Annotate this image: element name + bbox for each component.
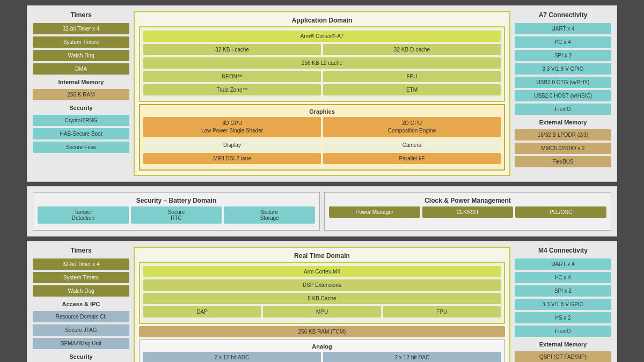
top-timers-panel: Timers 32-bit Timer x 4 System Timers Wa… <box>33 11 129 176</box>
fpu-rt-chip: FPU <box>383 306 501 317</box>
mpu-chip: MPU <box>263 306 380 317</box>
middle-section: Security – Battery Domain Tamper Detecti… <box>27 186 617 237</box>
ram-chip: 256 KB RAM (TCM) <box>139 326 505 337</box>
cache-chip: 8 KB Cache <box>143 293 501 304</box>
bottom-section: Timers 32-bit Timer x 4 System Timers Wa… <box>27 241 617 362</box>
app-domain-title: Application Domain <box>139 17 505 24</box>
dsp-chip: DSP Extensions <box>143 279 501 291</box>
cpu-chip: Arm® Cortex®-A7 <box>143 31 501 42</box>
a7-conn-1: I²C x 4 <box>515 36 611 48</box>
security-battery-title: Security – Battery Domain <box>38 197 315 204</box>
parallel-chip: Parallel I/F <box>323 153 501 164</box>
a7-conn-3: 3.3 V/1.8 V GPIO <box>515 63 611 75</box>
btimer-item-2: Watch Dog <box>33 285 129 297</box>
a7-ext-mem-0: 16/32 B LPDDR (2/3) <box>515 129 611 141</box>
pll-osc-chip: PLL/OSC <box>515 206 606 218</box>
trustzone-chip: Trust Zone™ <box>143 84 321 95</box>
etm-chip: ETM <box>323 84 501 95</box>
a7-conn-6: FlexIO <box>515 104 611 115</box>
m4-connectivity-panel: M4 Connectivity UART x 4 I²C x 4 SPI x 2… <box>515 247 611 362</box>
m4-connectivity-title: M4 Connectivity <box>515 247 611 254</box>
btimer-item-0: 32-bit Timer x 4 <box>33 258 129 270</box>
bottom-security-title: Security <box>33 353 129 360</box>
security-battery-row: Tamper Detection Secure RTC Secure Stora… <box>38 206 315 224</box>
gpu-row: 3D GPU Low Power Single Shader 2D GPU Co… <box>143 117 501 137</box>
top-security-item-1: HAB-Secure Boot <box>33 128 129 139</box>
m4-conn-2: SPI x 2 <box>515 285 611 297</box>
clock-power-title: Clock & Power Management <box>329 197 606 204</box>
a7-conn-2: SPI x 2 <box>515 50 611 61</box>
top-security-item-2: Secure Fuse <box>33 142 129 153</box>
realtime-panel: Real Time Domain Arm Cortex-M4 DSP Exten… <box>134 247 510 362</box>
app-domain-panel: Application Domain Arm® Cortex®-A7 32 KB… <box>134 11 510 176</box>
m4-conn-1: I²C x 4 <box>515 272 611 283</box>
access-ipc-0: Resource Domain Ctl <box>33 311 129 322</box>
a7-ext-mem-2: FlexBUS <box>515 156 611 167</box>
m4-ext-mem-0: QSPI (OT FAD/XIP) <box>515 351 611 362</box>
display-camera-row: Display Camera <box>143 139 501 151</box>
gpu3d-chip: 3D GPU Low Power Single Shader <box>143 117 321 137</box>
main-container: Timers 32-bit Timer x 4 System Timers Wa… <box>27 5 617 362</box>
m4-cpu-chip: Arm Cortex-M4 <box>143 266 501 277</box>
adc-chip: 2 x 12-bit ADC <box>143 352 321 362</box>
neon-chip: NEON™ <box>143 71 321 82</box>
m4-conn-5: FlexIO <box>515 326 611 337</box>
cache-row: 32 KB I-cache 32 KB D-cache <box>143 44 501 55</box>
m4-conn-4: I²S x 2 <box>515 312 611 323</box>
neon-fpu-row: NEON™ FPU <box>143 71 501 82</box>
trust-etm-row: Trust Zone™ ETM <box>143 84 501 95</box>
a7-ext-mem-title: External Memory <box>515 119 611 125</box>
m4-conn-3: 3.3 V/1.8 V GPIO <box>515 299 611 310</box>
secure-storage-chip: Secure Storage <box>224 206 315 224</box>
access-ipc-1: Secure JTAG <box>33 324 129 336</box>
dcache-chip: 32 KB D-cache <box>323 44 501 55</box>
bottom-timers-panel: Timers 32-bit Timer x 4 System Timers Wa… <box>33 247 129 362</box>
top-section: Timers 32-bit Timer x 4 System Timers Wa… <box>27 5 617 182</box>
analog-title: Analog <box>143 343 501 350</box>
realtime-inner: Arm Cortex-M4 DSP Extensions 8 KB Cache … <box>139 262 505 324</box>
graphics-area: Graphics 3D GPU Low Power Single Shader … <box>139 104 505 171</box>
btimer-item-1: System Timers <box>33 272 129 283</box>
timer-item-1: System Timers <box>33 36 129 48</box>
timer-item-3: DMA <box>33 63 129 75</box>
a7-connectivity-panel: A7 Connectivity UART x 4 I²C x 4 SPI x 2… <box>515 11 611 176</box>
internal-memory-item-0: 256 K RAM <box>33 89 129 100</box>
dac-chip: 2 x 12-bit DAC <box>323 352 501 362</box>
dap-chip: DAP <box>143 306 261 317</box>
adc-dac-row: 2 x 12-bit ADC 2 x 12-bit DAC <box>143 352 501 362</box>
camera-label: Camera <box>323 139 501 151</box>
internal-memory-title: Internal Memory <box>33 79 129 85</box>
app-domain-inner: Arm® Cortex®-A7 32 KB I-cache 32 KB D-ca… <box>139 26 505 102</box>
gpu2d-chip: 2D GPU Composition Engine <box>323 117 501 137</box>
mipi-parallel-row: MIPI DSI-2 lane Parallel I/F <box>143 153 501 164</box>
a7-conn-5: USB2.0 HOST (w/HSIC) <box>515 90 611 101</box>
top-security-title: Security <box>33 105 129 111</box>
access-ipc-2: SEMA4/Msg Unit <box>33 338 129 349</box>
clock-power-panel: Clock & Power Management Power Manager C… <box>324 192 611 231</box>
a7-conn-4: USB2.0 OTG (w/PHY) <box>515 77 611 88</box>
m4-conn-0: UART x 4 <box>515 258 611 270</box>
security-battery-panel: Security – Battery Domain Tamper Detecti… <box>33 192 320 231</box>
top-timers-title: Timers <box>33 11 129 19</box>
timer-item-2: Watch Dog <box>33 50 129 61</box>
realtime-title: Real Time Domain <box>139 252 505 260</box>
fpu-chip: FPU <box>323 71 501 82</box>
power-manager-chip: Power Manager <box>329 206 420 218</box>
timer-item-0: 32-bit Timer x 4 <box>33 23 129 34</box>
bottom-timers-title: Timers <box>33 247 129 254</box>
a7-connectivity-title: A7 Connectivity <box>515 11 611 19</box>
secure-rtc-chip: Secure RTC <box>131 206 222 224</box>
analog-area: Analog 2 x 12-bit ADC 2 x 12-bit DAC Ana… <box>139 339 505 362</box>
a7-ext-mem-1: MMC5.0/SDIO x 2 <box>515 143 611 154</box>
top-security-item-0: Crypto/TRNG <box>33 115 129 126</box>
clk-rst-chip: CLK/RST <box>422 206 514 218</box>
icache-chip: 32 KB I-cache <box>143 44 321 55</box>
dap-mpu-fpu-row: DAP MPU FPU <box>143 306 501 317</box>
clock-power-row: Power Manager CLK/RST PLL/OSC <box>329 206 606 218</box>
m4-ext-mem-title: External Memory <box>515 341 611 348</box>
display-label: Display <box>143 139 321 151</box>
graphics-title: Graphics <box>143 108 501 115</box>
mipi-chip: MIPI DSI-2 lane <box>143 153 321 164</box>
tamper-chip: Tamper Detection <box>38 206 129 224</box>
a7-conn-0: UART x 4 <box>515 23 611 34</box>
